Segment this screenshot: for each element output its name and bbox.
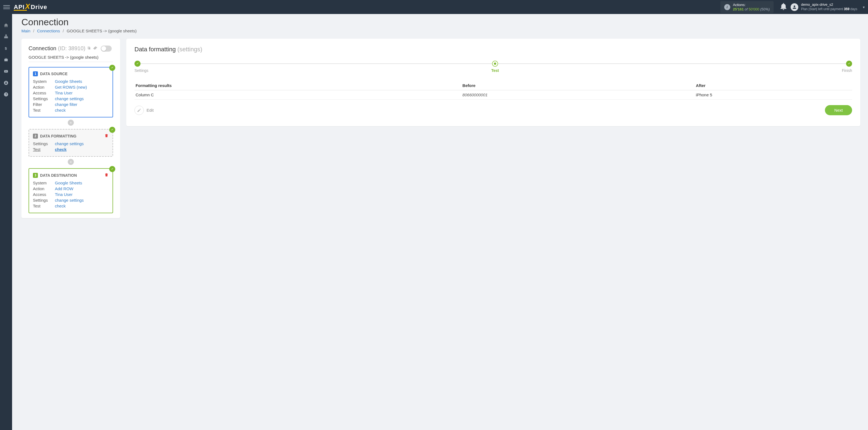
source-header: 1DATA SOURCE — [33, 71, 109, 76]
dest-settings[interactable]: change settings — [55, 198, 84, 203]
connection-title: Connection — [29, 45, 56, 52]
formatting-settings[interactable]: change settings — [55, 141, 84, 146]
source-test[interactable]: check — [55, 108, 66, 113]
formatting-rows: Settingschange settings Testcheck — [33, 141, 109, 152]
trash-icon[interactable] — [104, 173, 109, 178]
step-test[interactable]: Test — [491, 61, 499, 73]
dest-action[interactable]: Add ROW — [55, 186, 73, 191]
label-test: Test — [33, 204, 55, 208]
info-icon: i — [724, 4, 730, 10]
add-step-button[interactable]: + — [68, 159, 74, 165]
crumb-main[interactable]: Main — [22, 29, 30, 33]
action-row: Edit Next — [134, 105, 852, 115]
notifications-icon[interactable] — [779, 2, 788, 12]
col-before: Before — [461, 81, 695, 90]
table-row: Column C 80660000001 iPhone 5 — [134, 90, 852, 100]
svg-text:$: $ — [5, 47, 7, 51]
breadcrumb: Main / Connections / GOOGLE SHEETS -> (g… — [22, 29, 868, 33]
label-access: Access — [33, 91, 55, 95]
nav-briefcase-icon[interactable] — [0, 54, 12, 66]
check-icon — [109, 65, 115, 71]
crumb-sep: / — [33, 29, 34, 33]
step-number: 2 — [33, 134, 38, 139]
logo[interactable]: API X Drive — [14, 3, 47, 11]
label-access: Access — [33, 192, 55, 197]
connection-heading: Connection (ID: 38910) — [29, 45, 113, 52]
user-block[interactable]: demo_apix-drive_s2 Plan |Start| left unt… — [801, 2, 857, 11]
progress-stepper: Settings Test Finish — [134, 61, 852, 73]
dest-access[interactable]: Tina User — [55, 192, 72, 197]
gear-icon[interactable] — [93, 45, 97, 52]
label-test: Test — [33, 108, 55, 113]
enable-toggle[interactable] — [101, 45, 112, 52]
logo-api: API — [14, 4, 25, 11]
cell-after: iPhone 5 — [695, 90, 852, 100]
source-filter[interactable]: change filter — [55, 102, 78, 107]
destination-rows: SystemGoogle Sheets ActionAdd ROW Access… — [33, 181, 109, 208]
cell-name: Column C — [134, 90, 461, 100]
actions-pct: (50%) — [760, 7, 770, 11]
actions-counter[interactable]: i Actions: 25'161 of 50'000 (50%) — [720, 1, 774, 13]
data-source-block: 1DATA SOURCE SystemGoogle Sheets ActionG… — [29, 67, 113, 118]
step-number: 1 — [33, 71, 38, 76]
add-step-button[interactable]: + — [68, 120, 74, 126]
crumb-current: GOOGLE SHEETS -> (google sheets) — [67, 29, 137, 33]
source-system[interactable]: Google Sheets — [55, 79, 82, 84]
label-settings: Settings — [33, 141, 55, 146]
formatting-test[interactable]: check — [55, 147, 67, 152]
dest-system[interactable]: Google Sheets — [55, 181, 82, 185]
nav-account-icon[interactable] — [0, 77, 12, 89]
logo-x-icon: X — [25, 2, 30, 11]
nav-home-icon[interactable] — [0, 20, 12, 31]
nav-help-icon[interactable]: ? — [0, 89, 12, 100]
formatting-title: DATA FORMATTING — [40, 134, 76, 138]
next-button[interactable]: Next — [825, 105, 852, 115]
chevron-down-icon[interactable]: ▾ — [863, 5, 865, 9]
step-finish[interactable]: Finish — [842, 61, 852, 73]
nav-video-icon[interactable] — [0, 66, 12, 77]
connection-panel: Connection (ID: 38910) GOOGLE SHEETS -> … — [22, 39, 120, 218]
logo-underline — [14, 10, 27, 11]
label-action: Action — [33, 85, 55, 89]
data-destination-block: 3DATA DESTINATION SystemGoogle Sheets Ac… — [29, 168, 113, 213]
label-system: System — [33, 79, 55, 84]
formatting-header: 2DATA FORMATTING — [33, 133, 109, 139]
connection-id: (ID: 38910) — [58, 45, 85, 52]
destination-title: DATA DESTINATION — [40, 173, 77, 178]
data-formatting-block: 2DATA FORMATTING Settingschange settings… — [29, 129, 113, 157]
source-settings[interactable]: change settings — [55, 96, 84, 101]
main-panel: Data formatting (settings) Settings Test — [126, 39, 860, 126]
edit-button[interactable]: Edit — [134, 106, 154, 115]
trash-icon[interactable] — [104, 133, 109, 139]
col-results: Formatting results — [134, 81, 461, 90]
step-label: Settings — [134, 68, 149, 73]
step-settings[interactable]: Settings — [134, 61, 149, 73]
hamburger-menu[interactable] — [3, 5, 10, 9]
label-settings: Settings — [33, 198, 55, 203]
plan-line: Plan |Start| left until payment 359 days — [801, 7, 857, 11]
crumb-connections[interactable]: Connections — [37, 29, 60, 33]
source-action[interactable]: Get ROWS (new) — [55, 85, 87, 89]
step-label: Finish — [842, 68, 852, 73]
nav-connections-icon[interactable] — [0, 31, 12, 42]
dest-test[interactable]: check — [55, 204, 66, 208]
copy-icon[interactable] — [87, 45, 91, 52]
topbar: API X Drive i Actions: 25'161 of 50'000 … — [0, 0, 868, 14]
label-action: Action — [33, 186, 55, 191]
actions-limit: 50'000 — [749, 7, 759, 11]
col-after: After — [695, 81, 852, 90]
check-icon — [109, 127, 115, 133]
connection-name[interactable]: GOOGLE SHEETS -> (google sheets) — [29, 55, 113, 62]
actions-used: 25'161 — [733, 7, 744, 11]
user-avatar-icon[interactable] — [790, 3, 798, 11]
page-title: Connection — [22, 17, 868, 27]
step-number: 3 — [33, 173, 38, 178]
nav-billing-icon[interactable]: $ — [0, 42, 12, 54]
source-access[interactable]: Tina User — [55, 91, 72, 95]
pencil-icon — [134, 106, 144, 115]
logo-drive: Drive — [31, 4, 47, 11]
step-label: Test — [491, 68, 499, 73]
label-settings: Settings — [33, 96, 55, 101]
results-table: Formatting results Before After Column C… — [134, 81, 852, 100]
page: Connection Main / Connections / GOOGLE S… — [12, 14, 868, 430]
